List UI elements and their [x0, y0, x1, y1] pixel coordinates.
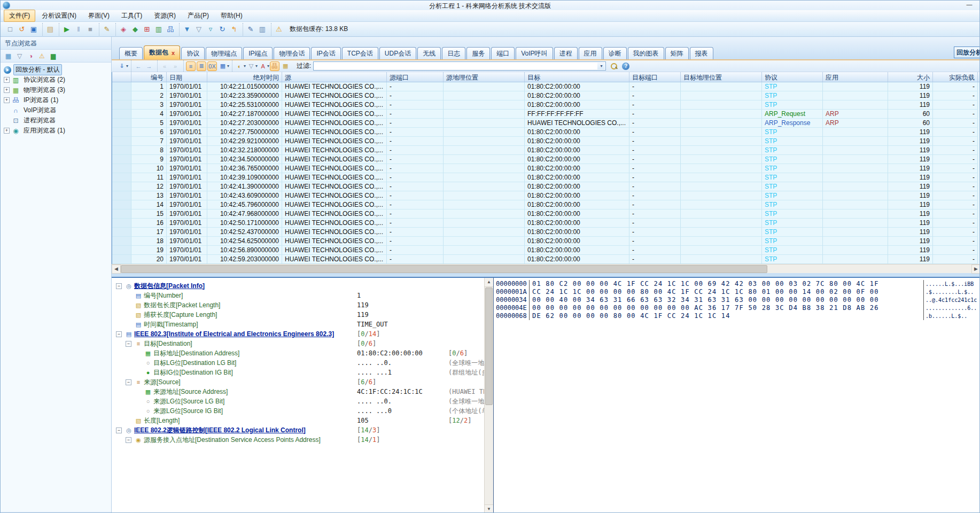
sidebar-item-physical-explorer[interactable]: +▦物理浏览器 (3)	[1, 85, 111, 95]
pages-icon[interactable]: ▧	[135, 311, 142, 318]
collapse-icon[interactable]: −	[126, 379, 131, 385]
decode-vertical-scrollbar[interactable]: ▲ ▼	[484, 278, 493, 513]
columns-button[interactable]: ▦	[218, 61, 228, 71]
edit-note-button[interactable]: ✎	[102, 24, 112, 35]
expand-icon[interactable]: +	[4, 97, 10, 103]
search-icon[interactable]	[610, 63, 618, 70]
section-icon[interactable]: ◎	[125, 426, 133, 434]
decode-row[interactable]: −◎数据包信息[Packet Info]	[112, 281, 493, 291]
profile-settings-button[interactable]: ◈	[118, 24, 129, 35]
table-row[interactable]: 81970/01/0110:42:32.218000000HUAWEI TECH…	[112, 146, 980, 155]
tab-my-charts[interactable]: 我的图表	[628, 47, 664, 59]
refresh-button[interactable]: ↻	[217, 24, 228, 35]
collapse-icon[interactable]: −	[126, 437, 131, 443]
next-button[interactable]: →	[144, 61, 154, 71]
hex-line[interactable]: 0000004E00 00 00 00 00 00 00 00 00 00 00…	[496, 304, 980, 312]
tab-process[interactable]: 进程	[554, 47, 578, 59]
notebook-button[interactable]: ▥	[153, 24, 164, 35]
column-header-src[interactable]: 源	[282, 72, 387, 82]
sidebar-item-replay-default[interactable]: 回放分析 - 默认	[1, 65, 111, 75]
filter-combobox[interactable]: ▾	[313, 61, 606, 71]
sidebar-item-protocol-explorer[interactable]: +▥协议浏览器 (2)	[1, 75, 111, 85]
filter-funnel-button[interactable]: ▽	[193, 24, 204, 35]
quick-funnel-button[interactable]: ▽	[246, 61, 256, 71]
voip-explorer-icon[interactable]: ∩	[12, 106, 20, 114]
group-icon[interactable]: ≡	[135, 340, 142, 347]
column-header-dst[interactable]: 目标	[525, 72, 629, 82]
scroll-down-arrow[interactable]: ▼	[485, 504, 493, 513]
chart-add-button[interactable]: ▆	[48, 51, 58, 61]
column-header-src_geo[interactable]: 源地理位置	[444, 72, 525, 82]
tab-ip-conversation[interactable]: IP会话	[311, 47, 340, 59]
decode-row[interactable]: ●目标IG位[Destination IG Bit].... ...1(群组地址…	[112, 368, 493, 377]
collapse-icon[interactable]: −	[126, 341, 131, 347]
ip-explorer-icon[interactable]: 品	[12, 96, 20, 104]
analysis-diamond-button[interactable]: ◆	[130, 24, 141, 35]
mark-first-button[interactable]: «	[160, 61, 169, 71]
decode-row[interactable]: ○来源LG位[Source IG Bit].... ...0(个体地址(单播))…	[112, 406, 493, 416]
horizontal-scrollbar[interactable]: ◀ ▶	[112, 264, 980, 273]
dropdown-arrow-icon[interactable]: ▾	[267, 64, 269, 68]
process-explorer-icon[interactable]: ⊡	[12, 116, 20, 125]
table-row[interactable]: 191970/01/0110:42:56.890000000HUAWEI TEC…	[112, 246, 980, 255]
bit-gray-icon[interactable]: ○	[144, 359, 152, 367]
column-header-size[interactable]: 大小	[888, 72, 933, 82]
scroll-right-arrow[interactable]: ▶	[971, 265, 980, 274]
subsection-icon[interactable]: ◉	[135, 436, 142, 444]
table-row[interactable]: 91970/01/0110:42:34.500000000HUAWEI TECH…	[112, 155, 980, 164]
field-table-icon[interactable]: ▤	[125, 330, 133, 338]
column-header-date[interactable]: 日期	[167, 72, 207, 82]
table-row[interactable]: 101970/01/0110:42:36.765000000HUAWEI TEC…	[112, 164, 980, 173]
new-document-button[interactable]: □	[5, 24, 15, 35]
view-hex-button[interactable]: 0X	[207, 61, 217, 71]
field-table-icon[interactable]: ▤	[135, 321, 142, 328]
group-icon[interactable]: ≡	[135, 378, 142, 386]
tab-packets[interactable]: 数据包x	[144, 45, 180, 59]
sidebar-item-application-explorer[interactable]: +◉应用浏览器 (1)	[1, 126, 111, 136]
decode-row[interactable]: ▦目标地址[Destination Address]01:80:C2:00:00…	[112, 348, 493, 358]
tab-summary[interactable]: 概要	[119, 47, 143, 59]
table-row[interactable]: 21970/01/0110:42:23.359000000HUAWEI TECH…	[112, 91, 980, 100]
tab-udp-conversation[interactable]: UDP会话	[379, 47, 416, 59]
save-button[interactable]: ▣	[28, 24, 39, 35]
table-row[interactable]: 31970/01/0110:42:25.531000000HUAWEI TECH…	[112, 100, 980, 110]
tab-service[interactable]: 服务	[466, 47, 490, 59]
decode-row[interactable]: −▤IEEE 802.3[Institute of Electrical and…	[112, 329, 493, 339]
filter-dropdown-icon[interactable]: ▾	[597, 63, 605, 69]
menu-help[interactable]: 帮助(H)	[215, 10, 248, 22]
decode-row[interactable]: ▧捕获长度[Capture Length]119	[112, 310, 493, 320]
menu-resources[interactable]: 资源(R)	[149, 10, 181, 22]
scroll-left-arrow[interactable]: ◀	[112, 265, 121, 274]
protocol-explorer-icon[interactable]: ▥	[12, 76, 20, 84]
font-filter-button[interactable]: A	[258, 61, 268, 71]
bit-green-icon[interactable]: ●	[144, 369, 152, 376]
add-report-button[interactable]: ⊞	[142, 24, 152, 35]
decode-row[interactable]: ○来源LG位[Source LG Bit].... ..0.(全球唯一地址(出厂…	[112, 397, 493, 406]
table-row[interactable]: 61970/01/0110:42:27.750000000HUAWEI TECH…	[112, 128, 980, 137]
table-row[interactable]: 51970/01/0110:42:27.203000000HUAWEI TECH…	[112, 119, 980, 128]
bit-gray-icon[interactable]: ○	[144, 398, 152, 405]
collapse-icon[interactable]: −	[116, 283, 122, 289]
reopen-button[interactable]: ↺	[17, 24, 27, 35]
decode-row[interactable]: ▤编号[Number]1	[112, 291, 493, 300]
tab-log[interactable]: 日志	[442, 47, 465, 59]
table-row[interactable]: 161970/01/0110:42:50.171000000HUAWEI TEC…	[112, 219, 980, 228]
column-header-dst_port[interactable]: 目标端口	[629, 72, 681, 82]
pages-icon[interactable]: ▧	[135, 301, 142, 309]
tab-tcp-conversation[interactable]: TCP会话	[342, 47, 378, 59]
hex-line[interactable]: 0000003400 00 40 00 34 63 31 66 63 63 32…	[496, 296, 980, 304]
dropdown-arrow-icon[interactable]: ▾	[244, 64, 246, 68]
table-row[interactable]: 121970/01/0110:42:41.390000000HUAWEI TEC…	[112, 182, 980, 191]
decode-row[interactable]: ▦来源地址[Source Address]4C:1F:CC:24:1C:1C(H…	[112, 387, 493, 397]
decode-row[interactable]: ▤时间戳[Timestamp]TIME_OUT	[112, 320, 493, 329]
tab-close-icon[interactable]: x	[172, 50, 175, 56]
column-header-src_port[interactable]: 源端口	[387, 72, 444, 82]
column-header-protocol[interactable]: 协议	[762, 72, 823, 82]
menu-analysis-settings[interactable]: 分析设置(N)	[36, 10, 82, 22]
physical-explorer-icon[interactable]: ▦	[12, 86, 20, 94]
hex-line[interactable]: 0000001ACC 24 1C 1C 00 00 00 00 80 00 4C…	[496, 288, 980, 296]
tab-voip-call[interactable]: VoIP呼叫	[516, 47, 553, 59]
table-row[interactable]: 151970/01/0110:42:47.968000000HUAWEI TEC…	[112, 209, 980, 219]
minimize-button[interactable]: —	[965, 1, 974, 9]
decode-row[interactable]: −◉源服务接入点地址[Destination Service Access Po…	[112, 435, 493, 445]
